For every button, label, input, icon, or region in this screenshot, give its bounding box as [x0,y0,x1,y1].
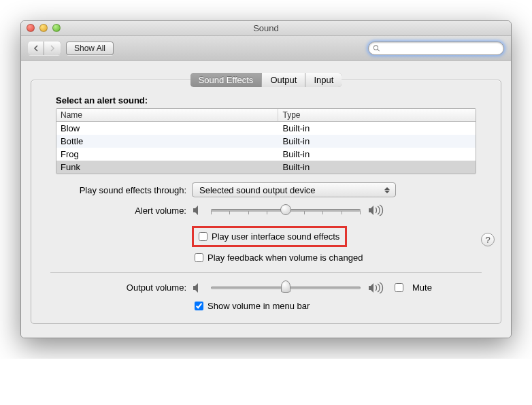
ui-sounds-checkbox[interactable] [199,232,207,241]
table-header: Name Type [56,109,476,122]
mute-label: Mute [412,282,432,293]
content-area: Sound Effects Output Input Select an ale… [21,61,511,338]
col-type[interactable]: Type [278,109,476,121]
forward-button[interactable] [44,42,61,55]
tab-output[interactable]: Output [262,73,305,87]
back-button[interactable] [28,42,44,55]
svg-point-0 [373,45,378,49]
zoom-icon[interactable] [52,24,61,32]
alert-sound-table[interactable]: Name Type Blow Built-in Bottle Built-in … [56,108,476,174]
feedback-checkbox[interactable] [195,253,203,262]
mute-checkbox[interactable] [395,283,403,292]
speaker-high-icon [367,282,384,294]
nav-back-forward [28,42,61,55]
speaker-low-icon [192,205,204,216]
tab-input[interactable]: Input [305,73,342,87]
chevron-updown-icon [382,184,393,195]
help-button[interactable]: ? [481,233,495,246]
output-volume-slider[interactable] [211,282,361,294]
feedback-label: Play feedback when volume is changed [207,253,363,263]
toolbar: Show All [21,36,511,61]
speaker-high-icon [367,204,384,216]
col-name[interactable]: Name [56,109,278,121]
menubar-label: Show volume in menu bar [207,301,310,311]
speaker-low-icon [192,282,204,293]
annotation-highlight: Play user interface sound effects [192,226,347,247]
menubar-checkbox[interactable] [195,302,203,310]
table-row[interactable]: Bottle Built-in [56,135,476,148]
sound-preferences-window: Sound Show All Sound Effects Output Inpu… [20,20,512,338]
minimize-icon[interactable] [39,24,48,32]
search-icon [373,44,380,52]
tab-bar: Sound Effects Output Input [190,73,342,87]
sound-effects-panel: Select an alert sound: Name Type Blow Bu… [31,80,501,324]
output-device-value: Selected sound output device [199,185,316,195]
output-device-select[interactable]: Selected sound output device [192,182,396,197]
svg-line-1 [378,49,380,51]
window-controls [27,24,61,32]
table-row[interactable]: Funk Built-in [56,161,476,174]
close-icon[interactable] [27,24,35,32]
show-all-button[interactable]: Show All [66,42,114,55]
search-field[interactable] [368,42,504,55]
tab-sound-effects[interactable]: Sound Effects [190,73,263,87]
titlebar: Sound [21,21,511,36]
alert-volume-slider[interactable] [211,204,361,216]
alert-sound-label: Select an alert sound: [56,95,476,106]
output-volume-label: Output volume: [56,282,192,293]
search-input[interactable] [383,43,499,54]
alert-volume-label: Alert volume: [56,206,192,216]
ui-sounds-label: Play user interface sound effects [212,231,339,242]
table-row[interactable]: Blow Built-in [56,122,476,135]
window-title: Sound [253,23,279,33]
table-row[interactable]: Frog Built-in [56,148,476,161]
play-through-label: Play sound effects through: [56,185,192,195]
